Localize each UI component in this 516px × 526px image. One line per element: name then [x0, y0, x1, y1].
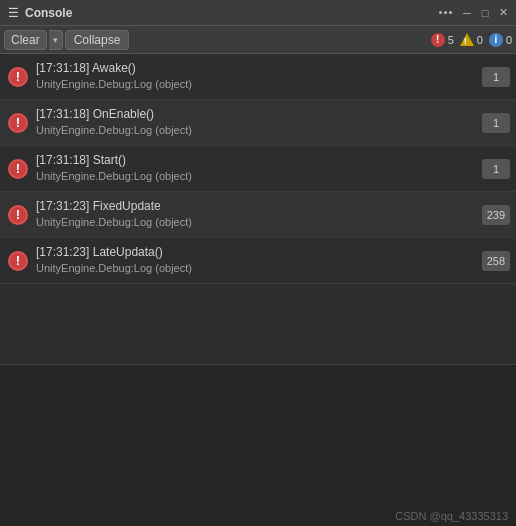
- title-left: ☰ Console: [6, 6, 72, 20]
- log-item[interactable]: ! [17:31:18] Awake() UnityEngine.Debug:L…: [0, 54, 516, 100]
- warn-count: 0: [477, 34, 483, 46]
- error-icon: !: [431, 33, 445, 47]
- log-item[interactable]: ! [17:31:18] OnEnable() UnityEngine.Debu…: [0, 100, 516, 146]
- menu-button[interactable]: [435, 9, 456, 16]
- title-text: Console: [25, 6, 72, 20]
- log-line1: [17:31:23] FixedUpdate: [36, 198, 476, 215]
- log-text: [17:31:18] Start() UnityEngine.Debug:Log…: [36, 152, 476, 184]
- title-bar: ☰ Console ─ □ ✕: [0, 0, 516, 26]
- close-button[interactable]: ✕: [496, 6, 510, 20]
- warn-badge[interactable]: 0: [460, 33, 483, 46]
- clear-button[interactable]: Clear: [4, 30, 47, 50]
- clear-dropdown-button[interactable]: ▾: [49, 30, 63, 50]
- info-icon: i: [489, 33, 503, 47]
- warn-icon: [460, 33, 474, 46]
- log-error-icon: !: [6, 65, 30, 89]
- console-icon: ☰: [6, 6, 20, 20]
- log-line2: UnityEngine.Debug:Log (object): [36, 123, 476, 138]
- maximize-button[interactable]: □: [478, 6, 492, 20]
- log-item[interactable]: ! [17:31:23] LateUpdata() UnityEngine.De…: [0, 238, 516, 284]
- log-line2: UnityEngine.Debug:Log (object): [36, 169, 476, 184]
- log-line1: [17:31:18] Awake(): [36, 60, 476, 77]
- toolbar-left: Clear ▾ Collapse: [4, 30, 429, 50]
- log-count: 1: [482, 67, 510, 87]
- log-count: 258: [482, 251, 510, 271]
- info-badge[interactable]: i 0: [489, 33, 512, 47]
- log-error-icon: !: [6, 203, 30, 227]
- log-item[interactable]: ! [17:31:23] FixedUpdate UnityEngine.Deb…: [0, 192, 516, 238]
- title-controls: ─ □ ✕: [435, 6, 510, 20]
- error-count: 5: [448, 34, 454, 46]
- log-text: [17:31:23] FixedUpdate UnityEngine.Debug…: [36, 198, 476, 230]
- log-count: 1: [482, 113, 510, 133]
- log-count: 239: [482, 205, 510, 225]
- info-count: 0: [506, 34, 512, 46]
- log-line1: [17:31:18] Start(): [36, 152, 476, 169]
- log-line1: [17:31:23] LateUpdata(): [36, 244, 476, 261]
- log-error-icon: !: [6, 157, 30, 181]
- log-line2: UnityEngine.Debug:Log (object): [36, 77, 476, 92]
- log-line2: UnityEngine.Debug:Log (object): [36, 261, 476, 276]
- bottom-area: [0, 364, 516, 526]
- log-area: ! [17:31:18] Awake() UnityEngine.Debug:L…: [0, 54, 516, 364]
- minimize-button[interactable]: ─: [460, 6, 474, 20]
- log-text: [17:31:23] LateUpdata() UnityEngine.Debu…: [36, 244, 476, 276]
- toolbar: Clear ▾ Collapse ! 5 0 i 0: [0, 26, 516, 54]
- log-error-icon: !: [6, 249, 30, 273]
- toolbar-right: ! 5 0 i 0: [431, 33, 512, 47]
- log-count: 1: [482, 159, 510, 179]
- log-item[interactable]: ! [17:31:18] Start() UnityEngine.Debug:L…: [0, 146, 516, 192]
- log-text: [17:31:18] Awake() UnityEngine.Debug:Log…: [36, 60, 476, 92]
- log-error-icon: !: [6, 111, 30, 135]
- footer-text: CSDN @qq_43335313: [395, 510, 508, 522]
- collapse-button[interactable]: Collapse: [65, 30, 130, 50]
- log-text: [17:31:18] OnEnable() UnityEngine.Debug:…: [36, 106, 476, 138]
- log-line2: UnityEngine.Debug:Log (object): [36, 215, 476, 230]
- log-line1: [17:31:18] OnEnable(): [36, 106, 476, 123]
- error-badge[interactable]: ! 5: [431, 33, 454, 47]
